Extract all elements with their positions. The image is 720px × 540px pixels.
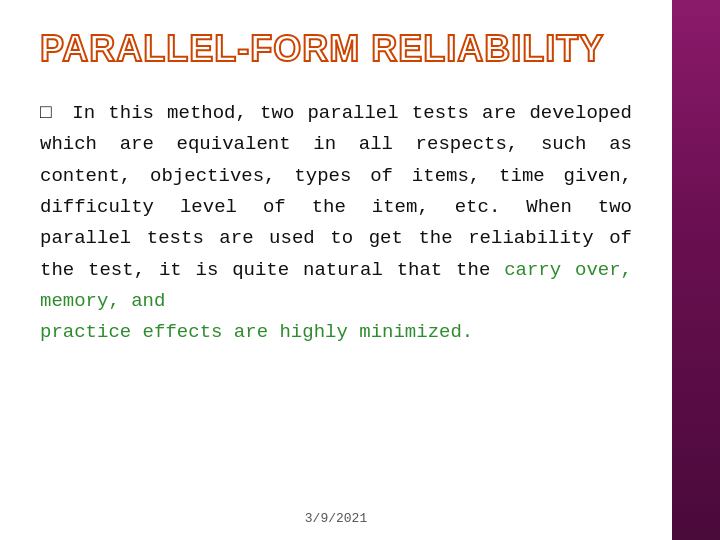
decorative-bar — [672, 0, 720, 540]
body-text: □ In this method, two parallel tests are… — [40, 98, 632, 349]
bullet-marker: □ — [40, 102, 66, 124]
text-method: method, two parallel tests are developed — [154, 102, 632, 124]
text-this: this — [108, 102, 154, 124]
text-in: In — [72, 102, 108, 124]
text-practice-effects: practice effects are highly minimized. — [40, 321, 473, 343]
text-which: which — [40, 133, 97, 155]
page-title: PARALLEL-FORM RELIABILITY — [40, 28, 632, 70]
content-area: PARALLEL-FORM RELIABILITY □ In this meth… — [0, 0, 672, 540]
date-text: 3/9/2021 — [305, 511, 367, 526]
footer-date: 3/9/2021 — [0, 511, 672, 526]
